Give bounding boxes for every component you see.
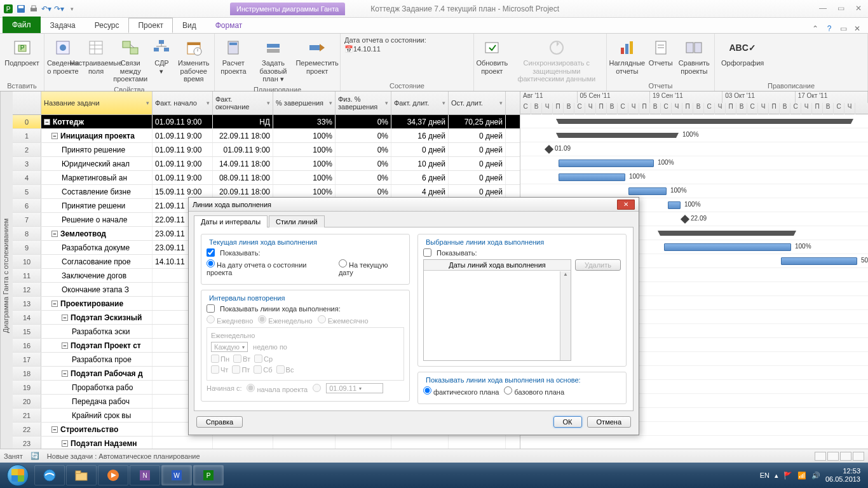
calc-button[interactable]: Расчет проекта <box>219 36 248 76</box>
minimize-icon[interactable]: — <box>816 4 830 14</box>
media-taskbar-icon[interactable] <box>98 465 128 485</box>
at-status-radio[interactable] <box>207 259 215 268</box>
word-taskbar-icon[interactable]: W <box>161 465 192 485</box>
spelling-button[interactable]: ABC✓Орфография <box>719 36 766 69</box>
table-row[interactable]: 4Маркетинговый ан01.09.11 9:0008.09.11 1… <box>13 171 520 185</box>
redo-icon[interactable]: ↷▾ <box>53 3 65 15</box>
change-time-button[interactable]: Изменить рабочее время <box>177 36 210 85</box>
dialog-titlebar[interactable]: Линии хода выполнения ✕ <box>189 198 639 212</box>
ok-button[interactable]: ОК <box>553 416 582 428</box>
at-current-radio[interactable] <box>339 259 347 268</box>
qat-dropdown-icon[interactable]: ▾ <box>66 3 78 15</box>
compare-button[interactable]: Сравнить проекты <box>678 36 710 76</box>
milestone-marker[interactable] <box>545 145 553 154</box>
task-bar[interactable] <box>664 243 791 251</box>
tray-chevron-icon[interactable]: ▴ <box>775 471 778 480</box>
window-restore-icon[interactable]: ▭ <box>837 24 849 33</box>
table-row[interactable]: 3Юридический анал01.09.11 9:0014.09.11 1… <box>13 157 520 171</box>
hdr-end[interactable]: Факт. окончание▾ <box>213 92 273 114</box>
network-icon[interactable]: 📶 <box>797 471 806 480</box>
view-shortcuts[interactable] <box>815 452 864 461</box>
collapse-icon[interactable]: − <box>44 119 50 125</box>
collapse-icon[interactable]: − <box>62 315 68 321</box>
hdr-phys[interactable]: Физ. % завершения▾ <box>336 92 391 114</box>
actual-radio[interactable] <box>423 386 431 395</box>
start-button[interactable] <box>3 464 33 487</box>
hdr-rem[interactable]: Ост. длит.▾ <box>449 92 506 114</box>
task-bar[interactable] <box>559 173 625 181</box>
tray-time[interactable]: 12:53 <box>825 467 860 475</box>
hdr-start[interactable]: Факт. начало▾ <box>153 92 213 114</box>
collapse-icon[interactable]: − <box>51 426 58 433</box>
reports-button[interactable]: Отчеты <box>648 36 674 69</box>
tab-task[interactable]: Задача <box>41 18 85 33</box>
volume-icon[interactable]: 🔊 <box>811 471 820 480</box>
hdr-idx[interactable] <box>13 92 41 114</box>
collapse-icon[interactable]: − <box>51 133 58 139</box>
visual-reports-button[interactable]: Наглядные отчеты <box>611 36 644 76</box>
tab-project[interactable]: Проект <box>128 18 173 33</box>
summary-bar[interactable] <box>559 119 851 124</box>
hdr-name[interactable]: Название задачи▾ <box>41 92 153 114</box>
refresh-icon[interactable]: 🔄 <box>31 452 39 460</box>
tab-dates[interactable]: Даты и интервалы <box>194 215 268 227</box>
tab-file[interactable]: Файл <box>3 17 41 33</box>
explorer-taskbar-icon[interactable] <box>66 465 97 485</box>
table-row[interactable]: 23−Подэтап Надземн <box>13 437 520 449</box>
tab-view[interactable]: Вид <box>173 18 206 33</box>
move-button[interactable]: Переместить проект <box>298 36 336 76</box>
wbs-button[interactable]: СДР ▾ <box>150 36 173 76</box>
links-button[interactable]: Связи между проектами <box>114 36 146 85</box>
custom-fields-button[interactable]: Настраиваемые поля <box>81 36 111 76</box>
ribbon-minimize-icon[interactable]: ⌃ <box>810 24 821 33</box>
table-row[interactable]: 1−Инициация проекта01.09.11 9:0022.09.11… <box>13 129 520 143</box>
print-icon[interactable] <box>28 3 39 15</box>
collapse-icon[interactable]: − <box>62 342 68 349</box>
tab-styles[interactable]: Стили линий <box>269 215 325 227</box>
help-button[interactable]: Справка <box>196 416 243 428</box>
tab-format[interactable]: Формат <box>206 18 252 33</box>
window-close-icon[interactable]: ✕ <box>851 24 863 33</box>
undo-icon[interactable]: ↶▾ <box>41 3 52 15</box>
dates-listview[interactable]: Даты линий хода выполнения ▲ <box>423 259 571 361</box>
status-date-field[interactable]: 📅14.10.11 <box>344 45 381 53</box>
lang-indicator[interactable]: EN <box>760 471 770 479</box>
collapse-icon[interactable]: − <box>62 370 68 377</box>
task-bar[interactable] <box>668 201 681 209</box>
task-bar[interactable] <box>559 159 654 167</box>
table-row[interactable]: 0−Коттедж01.09.11 9:00НД33%0%34,37 дней7… <box>13 115 520 129</box>
close-icon[interactable]: ✕ <box>851 4 865 14</box>
tray-date[interactable]: 06.05.2013 <box>825 475 860 484</box>
milestone-marker[interactable] <box>681 215 689 224</box>
tab-resource[interactable]: Ресурс <box>85 18 129 33</box>
table-row[interactable]: 2Принято решение01.09.11 9:0001.09.11 9:… <box>13 143 520 157</box>
hdr-pct[interactable]: % завершения▾ <box>273 92 336 114</box>
system-tray[interactable]: EN ▴ 🚩 📶 🔊 12:53 06.05.2013 <box>760 467 865 484</box>
baseline-button[interactable]: Задать базовый план ▾ <box>252 36 295 85</box>
update-button[interactable]: Обновить проект <box>477 36 507 76</box>
show-intervals-checkbox[interactable] <box>207 304 215 313</box>
hdr-dur[interactable]: Факт. длит.▾ <box>391 92 449 114</box>
save-icon[interactable] <box>15 3 27 15</box>
collapse-icon[interactable]: − <box>62 440 68 447</box>
view-side-label[interactable]: Диаграмма Ганта с отслеживанием <box>0 92 13 460</box>
show-selected-checkbox[interactable] <box>423 248 431 257</box>
listview-scrollbar[interactable]: ▲ <box>560 271 571 360</box>
baseline-radio[interactable] <box>504 386 512 395</box>
flag-icon[interactable]: 🚩 <box>783 471 792 480</box>
task-bar[interactable] <box>781 257 857 265</box>
cancel-button[interactable]: Отмена <box>587 416 631 428</box>
summary-bar[interactable] <box>660 231 794 236</box>
show-current-checkbox[interactable] <box>207 248 215 257</box>
excel-taskbar-icon[interactable]: N <box>130 465 160 485</box>
summary-bar[interactable] <box>559 133 676 138</box>
collapse-icon[interactable]: − <box>51 231 58 237</box>
collapse-icon[interactable]: − <box>51 301 58 307</box>
help-icon[interactable]: ? <box>824 24 835 33</box>
restore-icon[interactable]: ▭ <box>834 4 848 14</box>
project-taskbar-icon[interactable]: P <box>193 465 224 485</box>
dialog-close-icon[interactable]: ✕ <box>617 200 635 210</box>
subproject-button[interactable]: PПодпроект <box>4 36 40 69</box>
task-bar[interactable] <box>628 187 667 195</box>
ie-taskbar-icon[interactable] <box>34 465 65 485</box>
